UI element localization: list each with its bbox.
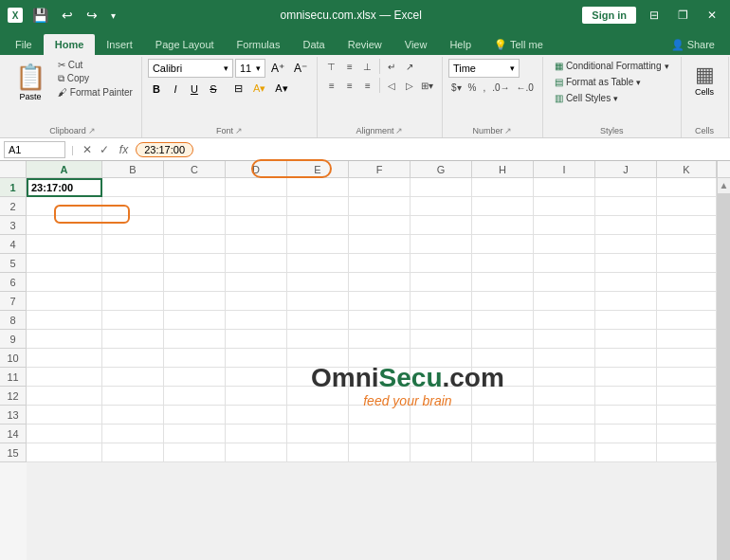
row-header-9[interactable]: 9 xyxy=(0,330,27,349)
paste-button[interactable]: 📋 Paste xyxy=(9,59,51,105)
align-center-button[interactable]: ≡ xyxy=(341,78,358,93)
confirm-formula-button[interactable]: ✓ xyxy=(97,143,112,156)
row-header-8[interactable]: 8 xyxy=(0,311,27,330)
row-header-7[interactable]: 7 xyxy=(0,292,27,311)
cell-B1[interactable] xyxy=(102,178,164,197)
tab-formulas[interactable]: Formulas xyxy=(226,34,292,55)
close-button[interactable]: ✕ xyxy=(702,7,722,24)
sign-in-button[interactable]: Sign in xyxy=(582,7,636,24)
font-color-button[interactable]: A▾ xyxy=(271,81,291,96)
col-header-C[interactable]: C xyxy=(164,161,226,178)
tab-review[interactable]: Review xyxy=(337,34,393,55)
cell-K1[interactable] xyxy=(657,178,717,197)
decrease-font-size-button[interactable]: A⁻ xyxy=(290,61,311,76)
row-header-13[interactable]: 13 xyxy=(0,406,27,425)
align-bottom-button[interactable]: ⊥ xyxy=(359,59,376,74)
col-header-J[interactable]: J xyxy=(595,161,657,178)
row-header-4[interactable]: 4 xyxy=(0,235,27,254)
customize-qat-button[interactable]: ▾ xyxy=(107,9,119,23)
font-size-dropdown[interactable]: 11▾ xyxy=(235,59,265,78)
percent-button[interactable]: % xyxy=(465,81,480,94)
underline-button[interactable]: U xyxy=(186,82,203,96)
italic-button[interactable]: I xyxy=(167,82,184,96)
row-header-2[interactable]: 2 xyxy=(0,197,27,216)
cell-G1[interactable] xyxy=(411,178,472,197)
tab-share[interactable]: 👤 Share xyxy=(660,34,726,55)
col-header-K[interactable]: K xyxy=(657,161,717,178)
conditional-formatting-button[interactable]: ▦ Conditional Formatting ▾ xyxy=(549,59,675,73)
restore-button[interactable]: ❐ xyxy=(672,7,694,24)
cell-I1[interactable] xyxy=(534,178,595,197)
cell-A2[interactable] xyxy=(27,197,102,216)
cell-D1[interactable] xyxy=(226,178,287,197)
cell-C1[interactable] xyxy=(164,178,226,197)
fill-color-button[interactable]: A▾ xyxy=(249,81,269,96)
row-header-5[interactable]: 5 xyxy=(0,254,27,273)
row-header-15[interactable]: 15 xyxy=(0,443,27,462)
copy-button[interactable]: ⧉ Copy xyxy=(55,72,136,85)
col-header-D[interactable]: D xyxy=(226,161,287,178)
tab-help[interactable]: Help xyxy=(438,34,483,55)
format-as-table-button[interactable]: ▤ Format as Table ▾ xyxy=(549,75,648,89)
increase-indent-button[interactable]: ▷ xyxy=(401,78,418,93)
col-header-B[interactable]: B xyxy=(102,161,164,178)
cell-styles-button[interactable]: ▥ Cell Styles ▾ xyxy=(549,91,624,105)
accounting-format-button[interactable]: $▾ xyxy=(448,81,465,94)
row-header-3[interactable]: 3 xyxy=(0,216,27,235)
cells-button[interactable]: ▦ Cells xyxy=(687,59,722,100)
row-header-10[interactable]: 10 xyxy=(0,349,27,368)
strikethrough-button[interactable]: S xyxy=(205,82,222,96)
name-box[interactable]: A1 xyxy=(4,141,65,158)
col-header-A[interactable]: A xyxy=(27,161,102,178)
row-header-14[interactable]: 14 xyxy=(0,425,27,443)
align-right-button[interactable]: ≡ xyxy=(359,78,376,93)
tab-tell-me[interactable]: 💡 Tell me xyxy=(483,34,555,55)
increase-decimal-button[interactable]: .0→ xyxy=(489,81,512,94)
col-header-H[interactable]: H xyxy=(472,161,534,178)
col-header-F[interactable]: F xyxy=(349,161,411,178)
orientation-button[interactable]: ↗ xyxy=(401,59,418,74)
row-header-11[interactable]: 11 xyxy=(0,368,27,387)
vertical-scrollbar[interactable]: ▲ ▼ xyxy=(717,178,730,560)
undo-button[interactable]: ↩ xyxy=(58,6,77,25)
decrease-decimal-button[interactable]: ←.0 xyxy=(514,81,537,94)
minimize-button[interactable]: ⊟ xyxy=(644,7,665,24)
scroll-thumb[interactable] xyxy=(718,193,730,560)
number-format-dropdown[interactable]: Time ▾ xyxy=(448,59,520,78)
merge-center-button[interactable]: ⊞▾ xyxy=(419,78,436,93)
save-qat-button[interactable]: 💾 xyxy=(28,6,52,25)
format-painter-button[interactable]: 🖌 Format Painter xyxy=(55,86,136,99)
cell-J1[interactable] xyxy=(595,178,657,197)
cancel-formula-button[interactable]: ✕ xyxy=(80,143,95,156)
cell-H1[interactable] xyxy=(472,178,534,197)
font-expand[interactable]: ↗ xyxy=(235,126,243,135)
tab-data[interactable]: Data xyxy=(291,34,336,55)
bold-button[interactable]: B xyxy=(148,82,165,96)
col-header-E[interactable]: E xyxy=(287,161,349,178)
increase-font-size-button[interactable]: A⁺ xyxy=(267,61,288,76)
col-header-I[interactable]: I xyxy=(534,161,595,178)
cut-button[interactable]: ✂ Cut xyxy=(55,59,136,71)
wrap-text-button[interactable]: ↵ xyxy=(383,59,400,74)
border-button[interactable]: ⊟ xyxy=(230,81,247,96)
number-expand[interactable]: ↗ xyxy=(504,126,512,135)
font-name-dropdown[interactable]: Calibri▾ xyxy=(148,59,233,78)
scroll-up-arrow[interactable]: ▲ xyxy=(718,178,730,192)
row-header-1[interactable]: 1 xyxy=(0,178,27,197)
tab-view[interactable]: View xyxy=(393,34,439,55)
row-header-12[interactable]: 12 xyxy=(0,387,27,406)
tab-page-layout[interactable]: Page Layout xyxy=(144,34,226,55)
cell-E1[interactable] xyxy=(287,178,349,197)
tab-insert[interactable]: Insert xyxy=(95,34,144,55)
cell-A1[interactable]: 23:17:00 xyxy=(27,178,102,197)
alignment-expand[interactable]: ↗ xyxy=(395,126,403,135)
cell-F1[interactable] xyxy=(349,178,411,197)
align-middle-button[interactable]: ≡ xyxy=(341,59,358,74)
row-header-6[interactable]: 6 xyxy=(0,273,27,292)
comma-button[interactable]: , xyxy=(480,81,488,94)
decrease-indent-button[interactable]: ◁ xyxy=(383,78,400,93)
tab-file[interactable]: File xyxy=(4,34,44,55)
align-left-button[interactable]: ≡ xyxy=(323,78,340,93)
redo-button[interactable]: ↪ xyxy=(82,6,101,25)
align-top-button[interactable]: ⊤ xyxy=(323,59,340,74)
